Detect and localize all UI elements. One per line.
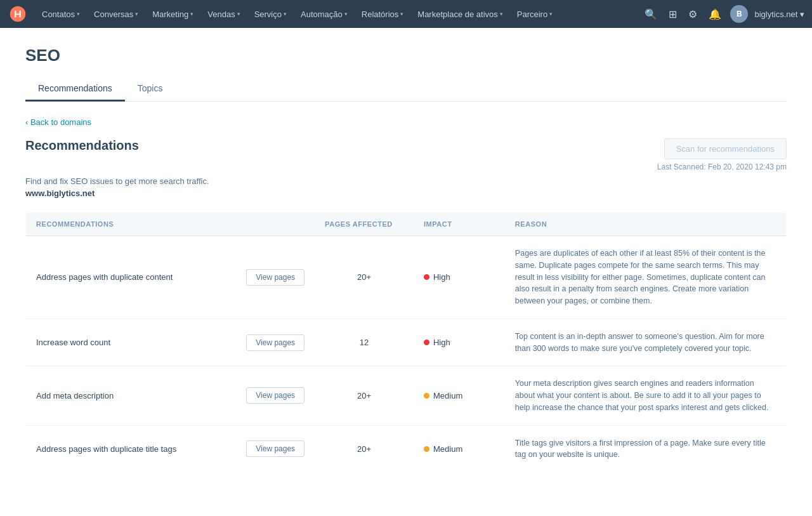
apps-icon[interactable]: ⊞ <box>666 6 679 23</box>
pages-count-0: 20+ <box>325 272 403 282</box>
nav-relatorios[interactable]: Relatórios ▾ <box>355 7 410 22</box>
table-row: Increase word count View pages 12 High T… <box>26 319 787 366</box>
rec-cell-3: Address pages with duplicate title tags … <box>26 425 315 473</box>
nav-vendas[interactable]: Vendas ▾ <box>201 7 246 22</box>
nav-parceiro[interactable]: Parceiro ▾ <box>511 7 559 22</box>
back-to-domains-link[interactable]: ‹ Back to domains <box>25 117 91 127</box>
page-title: SEO <box>25 46 787 65</box>
description-text: Find and fix SEO issues to get more sear… <box>25 176 787 186</box>
col-header-reason: REASON <box>505 213 787 236</box>
impact-label-3: Medium <box>433 444 462 454</box>
tab-recommendations[interactable]: Recommendations <box>25 77 125 102</box>
chevron-icon: ▾ <box>135 11 138 17</box>
table-row: Add meta description View pages 20+ Medi… <box>26 366 787 425</box>
pages-count-3: 20+ <box>325 444 403 454</box>
domain-name: www.biglytics.net <box>25 189 787 198</box>
view-pages-button-3[interactable]: View pages <box>246 440 304 457</box>
rec-cell-2: Add meta description View pages <box>26 366 315 425</box>
tab-topics[interactable]: Topics <box>125 77 176 102</box>
topnav-domain[interactable]: biglytics.net ▾ <box>754 10 804 19</box>
view-pages-button-1[interactable]: View pages <box>246 334 304 351</box>
tabs: Recommendations Topics <box>25 77 787 102</box>
hubspot-logo[interactable] <box>8 4 28 24</box>
topnav-right: 🔍 ⊞ ⚙ 🔔 B biglytics.net ▾ <box>642 5 804 23</box>
reason-text-0: Pages are duplicates of each other if at… <box>515 249 766 305</box>
rec-cell-0: Address pages with duplicate content Vie… <box>26 236 315 319</box>
nav-items: Contatos ▾ Conversas ▾ Marketing ▾ Venda… <box>36 7 642 22</box>
pages-affected-cell-3: 20+ <box>315 425 414 473</box>
chevron-icon: ▾ <box>77 11 80 17</box>
impact-cell-1: High <box>414 319 505 366</box>
pages-affected-cell-0: 20+ <box>315 236 414 319</box>
rec-cell-1: Increase word count View pages <box>26 319 315 366</box>
impact-cell-0: High <box>414 236 505 319</box>
nav-automacao[interactable]: Automação ▾ <box>294 7 354 22</box>
view-pages-button-0[interactable]: View pages <box>246 269 304 286</box>
impact-dot-2 <box>424 393 429 399</box>
view-pages-button-2[interactable]: View pages <box>246 387 304 404</box>
table-header-row: RECOMMENDATIONS PAGES AFFECTED IMPACT RE… <box>26 213 787 236</box>
impact-label-1: High <box>433 338 450 347</box>
rec-name-1: Increase word count <box>36 338 236 347</box>
scan-recommendations-button[interactable]: Scan for recommendations <box>664 138 787 159</box>
chevron-icon: ▾ <box>500 11 503 17</box>
chevron-icon: ▾ <box>190 11 193 17</box>
reason-text-2: Your meta description gives search engin… <box>515 379 769 412</box>
impact-cell-3: Medium <box>414 425 505 473</box>
nav-contatos[interactable]: Contatos ▾ <box>36 7 86 22</box>
rec-name-2: Add meta description <box>36 391 236 400</box>
chevron-icon: ▾ <box>284 11 287 17</box>
nav-marketplace[interactable]: Marketplace de ativos ▾ <box>411 7 509 22</box>
chevron-icon: ▾ <box>344 11 348 17</box>
recommendations-table: RECOMMENDATIONS PAGES AFFECTED IMPACT RE… <box>25 212 787 473</box>
chevron-icon: ▾ <box>237 11 240 17</box>
chevron-icon: ▾ <box>400 11 403 17</box>
last-scanned-text: Last Scanned: Feb 20, 2020 12:43 pm <box>657 162 787 171</box>
impact-dot-0 <box>424 274 429 280</box>
reason-cell-1: Top content is an in-depth answer to som… <box>505 319 787 366</box>
topnav: Contatos ▾ Conversas ▾ Marketing ▾ Venda… <box>0 0 812 28</box>
impact-dot-1 <box>424 340 429 345</box>
rec-name-0: Address pages with duplicate content <box>36 272 236 282</box>
nav-servico[interactable]: Serviço ▾ <box>248 7 293 22</box>
pages-affected-cell-2: 20+ <box>315 366 414 425</box>
scan-btn-area: Scan for recommendations Last Scanned: F… <box>657 138 787 171</box>
rec-name-3: Address pages with duplicate title tags <box>36 444 236 454</box>
pages-affected-cell-1: 12 <box>315 319 414 366</box>
settings-icon[interactable]: ⚙ <box>686 6 700 23</box>
search-icon[interactable]: 🔍 <box>642 6 660 23</box>
nav-marketing[interactable]: Marketing ▾ <box>146 7 200 22</box>
impact-dot-3 <box>424 446 429 452</box>
notifications-icon[interactable]: 🔔 <box>706 6 724 23</box>
impact-label-0: High <box>433 272 450 282</box>
page-header: SEO Recommendations Topics <box>0 28 812 102</box>
nav-conversas[interactable]: Conversas ▾ <box>88 7 145 22</box>
impact-label-2: Medium <box>433 391 462 400</box>
col-header-recommendations: RECOMMENDATIONS <box>26 213 315 236</box>
reason-cell-2: Your meta description gives search engin… <box>505 366 787 425</box>
reason-cell-3: Title tags give visitors a first impress… <box>505 425 787 473</box>
col-header-impact: IMPACT <box>414 213 505 236</box>
pages-count-2: 20+ <box>325 391 403 400</box>
table-row: Address pages with duplicate title tags … <box>26 425 787 473</box>
reason-cell-0: Pages are duplicates of each other if at… <box>505 236 787 319</box>
col-header-pages-affected: PAGES AFFECTED <box>315 213 414 236</box>
content-area: ‹ Back to domains Recommendations Scan f… <box>0 102 812 488</box>
avatar[interactable]: B <box>730 5 748 23</box>
chevron-icon: ▾ <box>549 11 553 17</box>
table-row: Address pages with duplicate content Vie… <box>26 236 787 319</box>
reason-text-1: Top content is an in-depth answer to som… <box>515 332 764 353</box>
impact-cell-2: Medium <box>414 366 505 425</box>
section-header: Recommendations Scan for recommendations… <box>25 138 787 171</box>
main-container: SEO Recommendations Topics ‹ Back to dom… <box>0 28 812 516</box>
section-title: Recommendations <box>25 138 139 153</box>
pages-count-1: 12 <box>325 338 403 347</box>
reason-text-3: Title tags give visitors a first impress… <box>515 439 766 460</box>
